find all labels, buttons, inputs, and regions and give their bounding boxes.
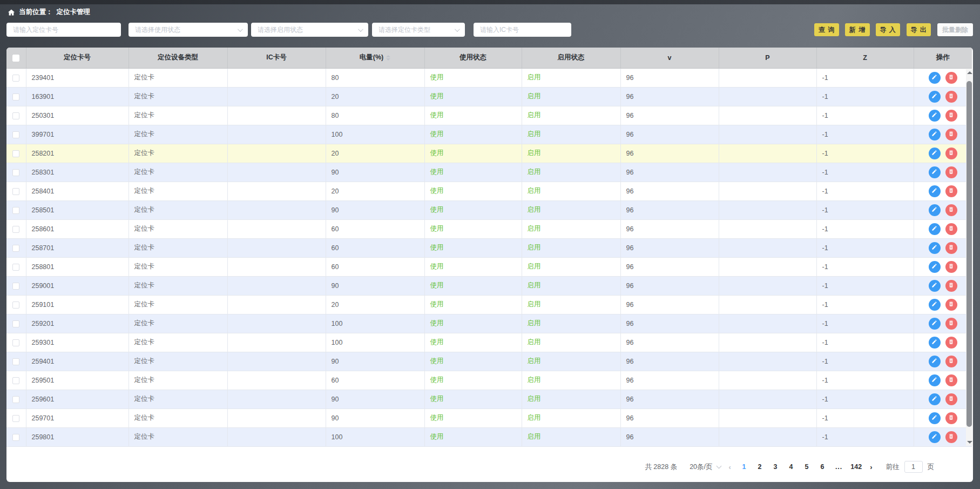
row-checkbox[interactable] <box>12 283 19 290</box>
edit-button[interactable] <box>929 223 941 235</box>
delete-button[interactable] <box>945 280 957 292</box>
edit-button[interactable] <box>929 374 941 386</box>
row-checkbox[interactable] <box>12 75 19 82</box>
edit-button[interactable] <box>929 166 941 178</box>
scrollbar-thumb[interactable] <box>967 81 972 427</box>
export-button[interactable]: 导 出 <box>907 23 931 36</box>
table-row[interactable]: 258201定位卡20使用启用96-1 <box>6 144 972 163</box>
table-row[interactable]: 259101定位卡20使用启用96-1 <box>6 295 972 314</box>
import-button[interactable]: 导 入 <box>876 23 900 36</box>
delete-button[interactable] <box>945 242 957 254</box>
use-status-select[interactable]: 请选择使用状态 <box>129 23 248 37</box>
column-header[interactable]: 电量(%) <box>326 48 424 68</box>
row-checkbox[interactable] <box>12 415 19 422</box>
ic-card-input[interactable] <box>474 23 571 37</box>
row-checkbox[interactable] <box>12 93 19 101</box>
card-no-input[interactable] <box>6 23 121 37</box>
page-ellipsis[interactable]: ... <box>835 463 842 471</box>
edit-button[interactable] <box>929 72 941 84</box>
row-checkbox[interactable] <box>12 320 19 327</box>
table-row[interactable]: 250301定位卡80使用启用96-1 <box>6 106 972 125</box>
delete-button[interactable] <box>945 431 957 443</box>
delete-button[interactable] <box>945 185 957 197</box>
delete-button[interactable] <box>945 72 957 84</box>
delete-button[interactable] <box>945 223 957 235</box>
row-checkbox[interactable] <box>12 264 19 271</box>
page-button[interactable]: 3 <box>771 463 780 471</box>
edit-button[interactable] <box>929 356 941 367</box>
row-checkbox[interactable] <box>12 169 19 176</box>
row-checkbox[interactable] <box>12 245 19 252</box>
prev-page-button[interactable]: ‹ <box>729 463 731 471</box>
page-button[interactable]: 4 <box>786 463 796 471</box>
last-page-button[interactable]: 142 <box>850 463 862 471</box>
table-row[interactable]: 258301定位卡90使用启用96-1 <box>6 163 972 182</box>
delete-button[interactable] <box>945 356 957 367</box>
card-type-select[interactable]: 请选择定位卡类型 <box>372 23 465 37</box>
row-checkbox[interactable] <box>12 150 19 157</box>
delete-button[interactable] <box>945 129 957 140</box>
sort-caret-icon[interactable] <box>386 53 390 63</box>
delete-button[interactable] <box>945 110 957 122</box>
delete-button[interactable] <box>945 148 957 159</box>
delete-button[interactable] <box>945 261 957 273</box>
table-row[interactable]: 259401定位卡90使用启用96-1 <box>6 352 972 371</box>
table-row[interactable]: 163901定位卡20使用启用96-1 <box>6 87 972 106</box>
edit-button[interactable] <box>929 280 941 292</box>
delete-button[interactable] <box>945 374 957 386</box>
table-row[interactable]: 259601定位卡90使用启用96-1 <box>6 390 972 408</box>
table-row[interactable]: 259801定位卡100使用启用96-1 <box>6 427 972 446</box>
edit-button[interactable] <box>929 412 941 424</box>
scroll-down-icon[interactable] <box>967 441 972 444</box>
table-row[interactable]: 259201定位卡100使用启用96-1 <box>6 314 972 333</box>
vertical-scrollbar[interactable] <box>966 69 972 446</box>
row-checkbox[interactable] <box>12 377 19 384</box>
delete-button[interactable] <box>945 166 957 178</box>
page-button[interactable]: 6 <box>817 463 827 471</box>
enable-status-select[interactable]: 请选择启用状态 <box>251 23 368 37</box>
row-checkbox[interactable] <box>12 302 19 309</box>
delete-button[interactable] <box>945 412 957 424</box>
edit-button[interactable] <box>929 204 941 216</box>
edit-button[interactable] <box>929 148 941 159</box>
edit-button[interactable] <box>929 110 941 122</box>
next-page-button[interactable]: › <box>870 463 872 471</box>
edit-button[interactable] <box>929 299 941 311</box>
scroll-up-icon[interactable] <box>967 71 972 74</box>
edit-button[interactable] <box>929 185 941 197</box>
row-checkbox[interactable] <box>12 131 19 138</box>
row-checkbox[interactable] <box>12 188 19 195</box>
edit-button[interactable] <box>929 393 941 405</box>
edit-button[interactable] <box>929 318 941 330</box>
page-button[interactable]: 2 <box>755 463 765 471</box>
row-checkbox[interactable] <box>12 207 19 214</box>
table-row[interactable]: 399701定位卡100使用启用96-1 <box>6 125 972 144</box>
table-row[interactable]: 258501定位卡90使用启用96-1 <box>6 200 972 219</box>
delete-button[interactable] <box>945 318 957 330</box>
delete-button[interactable] <box>945 299 957 311</box>
edit-button[interactable] <box>929 91 941 103</box>
table-row[interactable]: 258401定位卡20使用启用96-1 <box>6 182 972 200</box>
row-checkbox[interactable] <box>12 339 19 346</box>
table-row[interactable]: 259001定位卡90使用启用96-1 <box>6 276 972 295</box>
select-all-checkbox[interactable] <box>12 55 19 62</box>
row-checkbox[interactable] <box>12 434 19 441</box>
page-size-select[interactable]: 20条/页 <box>690 463 720 472</box>
page-button[interactable]: 5 <box>802 463 812 471</box>
delete-button[interactable] <box>945 337 957 349</box>
add-button[interactable]: 新 增 <box>845 23 870 36</box>
table-row[interactable]: 258801定位卡60使用启用96-1 <box>6 257 972 276</box>
row-checkbox[interactable] <box>12 226 19 233</box>
row-checkbox[interactable] <box>12 358 19 365</box>
edit-button[interactable] <box>929 129 941 140</box>
goto-page-input[interactable] <box>904 461 923 473</box>
edit-button[interactable] <box>929 337 941 349</box>
table-row[interactable]: 259701定位卡90使用启用96-1 <box>6 408 972 427</box>
edit-button[interactable] <box>929 242 941 254</box>
edit-button[interactable] <box>929 431 941 443</box>
table-row[interactable]: 239401定位卡80使用启用96-1 <box>6 68 972 87</box>
table-row[interactable]: 258601定位卡60使用启用96-1 <box>6 219 972 238</box>
delete-button[interactable] <box>945 91 957 103</box>
row-checkbox[interactable] <box>12 112 19 119</box>
table-row[interactable]: 259301定位卡100使用启用96-1 <box>6 333 972 352</box>
